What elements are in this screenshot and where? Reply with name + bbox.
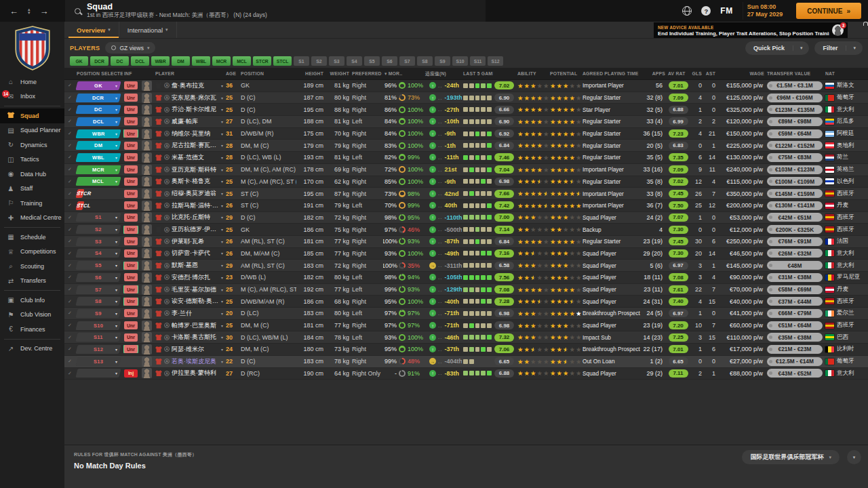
player-dropdown-icon[interactable]: ▾	[221, 179, 223, 184]
position-pill[interactable]: S13▾	[75, 357, 121, 366]
position-filter-wbl[interactable]: WBL	[192, 56, 210, 66]
row-checkbox[interactable]: ✓	[64, 119, 75, 124]
position-filter-s2[interactable]: S2	[311, 56, 327, 66]
info-badge[interactable]: Unr	[124, 165, 138, 174]
player-name[interactable]: 阿瑟·维米尔	[172, 345, 204, 354]
info-badge[interactable]: Unr	[124, 285, 138, 293]
position-filter-s11[interactable]: S11	[470, 56, 486, 66]
player-name[interactable]: 亚历克斯·斯科特	[172, 165, 216, 174]
info-badge[interactable]: Inj	[124, 369, 138, 378]
transfer-value-pill[interactable]: €76M - €91M	[767, 237, 823, 246]
player-name[interactable]: 切萨雷·卡萨代	[172, 249, 210, 258]
column-header[interactable]: AST	[703, 71, 717, 76]
sidebar-item-club-info[interactable]: ▣Club Info	[0, 293, 64, 308]
position-pill[interactable]: DM▾	[75, 141, 121, 150]
table-row[interactable]: ✓S10▾UnrA帕博罗·巴里奥斯▾25DM, M (C)181 cm77 kg…	[64, 320, 868, 332]
position-pill[interactable]: MCL▾	[75, 177, 121, 186]
player-dropdown-icon[interactable]: ▾	[221, 96, 223, 100]
player-name[interactable]: 威廉·帕库	[172, 117, 198, 126]
column-header[interactable]: TRANSFER VALUE	[766, 71, 824, 76]
column-header[interactable]: 适应值(N)	[424, 70, 462, 77]
transfer-value-pill[interactable]: €200K - €325K	[767, 225, 823, 234]
player-dropdown-icon[interactable]: ▾	[221, 215, 223, 220]
player-dropdown-icon[interactable]: ▾	[221, 107, 223, 112]
row-checkbox[interactable]: ✓	[64, 287, 75, 292]
position-filter-dc[interactable]: DC	[111, 56, 129, 66]
transfer-value-pill[interactable]: €31M - €38M	[767, 273, 823, 282]
player-name[interactable]: 李·兰什	[172, 309, 192, 318]
position-filter-s10[interactable]: S10	[452, 56, 468, 66]
column-header[interactable]: PREFERRED FO...	[351, 71, 383, 76]
position-pill[interactable]: S2▾	[75, 225, 121, 234]
info-badge[interactable]: Unr	[124, 142, 138, 150]
row-checkbox[interactable]: ✓	[64, 299, 75, 304]
position-filter-dm[interactable]: DM	[172, 56, 190, 66]
position-filter-s12[interactable]: S12	[488, 56, 503, 66]
forward-arrow-icon[interactable]: →	[40, 6, 49, 16]
sidebar-item-club-vision[interactable]: ⚑Club Vision	[0, 308, 64, 323]
sidebar-item-competitions[interactable]: ♕Competitions	[0, 245, 64, 260]
table-row[interactable]: ✓MCR▾UnrA亚历克斯·斯科特▾25DM, M (C), AM (RC)17…	[64, 164, 868, 176]
player-name[interactable]: 奥斯卡·格鲁克	[172, 177, 210, 186]
player-dropdown-icon[interactable]: ▾	[221, 155, 223, 160]
transfer-value-pill[interactable]: €58M - €69M	[767, 285, 823, 294]
info-badge[interactable]: Unr	[124, 333, 138, 342]
table-row[interactable]: ✓DM▾UnrA尼古拉斯·赛瓦尔德▾28DM, M (C)179 cm79 kg…	[64, 140, 868, 152]
info-badge[interactable]: Unr	[124, 309, 138, 317]
position-pill[interactable]: ▾	[75, 369, 121, 378]
position-pill[interactable]: S10▾	[75, 321, 121, 330]
player-name[interactable]: 亚历杭德罗·伊图尔贝	[172, 225, 219, 234]
back-arrow-icon[interactable]: ←	[9, 6, 18, 16]
position-filter-stcr[interactable]: STCR	[253, 56, 271, 66]
tab-overview[interactable]: Overview▾	[68, 22, 119, 38]
transfer-value-pill[interactable]: €21M - €23M	[767, 345, 823, 354]
column-header[interactable]: ▾ MOR..	[383, 71, 424, 77]
info-badge[interactable]: Unr	[124, 190, 138, 198]
position-filter-s6[interactable]: S6	[382, 56, 397, 66]
player-name[interactable]: 乔治·斯卡尔维尼	[172, 105, 216, 114]
info-badge[interactable]: Unr	[124, 345, 138, 353]
row-checkbox[interactable]: ✓	[64, 167, 75, 172]
table-row[interactable]: ✓S6▾UnrA安德烈·博尔扎▾23D/WB (L)182 cm80 kgLef…	[64, 272, 868, 284]
position-pill[interactable]: DCL▾	[75, 117, 121, 126]
player-dropdown-icon[interactable]: ▾	[221, 299, 223, 304]
column-header[interactable]: WEIGHT	[325, 71, 351, 76]
info-badge[interactable]: Unr	[124, 321, 138, 329]
sidebar-item-training[interactable]: ⚐Training	[0, 196, 64, 211]
views-dropdown[interactable]: GZ views ▾	[105, 42, 155, 54]
position-pill[interactable]: STCR▾	[75, 189, 84, 198]
row-checkbox[interactable]: ✓	[64, 227, 75, 232]
player-dropdown-icon[interactable]: ▾	[221, 251, 223, 256]
info-badge[interactable]: Unr	[124, 249, 138, 258]
row-checkbox[interactable]: ✓	[64, 143, 75, 148]
table-row[interactable]: ✓S11▾UnrA卡洛斯·奥古斯托▾30D (LC), WB/M (L)184 …	[64, 331, 868, 344]
player-dropdown-icon[interactable]: ▾	[221, 191, 223, 196]
position-filter-s7[interactable]: S7	[399, 56, 415, 66]
panel-collapse-button[interactable]: ▾	[847, 450, 861, 464]
row-checkbox[interactable]: ✓	[64, 131, 75, 136]
table-row[interactable]: ✓S8▾UnrA诶安·德斯勒·奥切斯·贝斯科▾25D/WB/M/AM (R)18…	[64, 296, 868, 308]
table-row[interactable]: ✓S5▾UnrA默斯·基恩▾29AM (RL), ST (C)183 cm72 …	[64, 260, 868, 272]
column-header[interactable]: GLS	[690, 71, 703, 76]
column-header[interactable]: WAGE	[717, 71, 766, 76]
position-filter-mcr[interactable]: MCR	[212, 56, 231, 66]
position-filter-wbr[interactable]: WBR	[151, 56, 170, 66]
club-crest[interactable]	[0, 22, 64, 73]
column-header[interactable]: AGREED PLAYING TIME	[581, 71, 642, 76]
table-row[interactable]: ✓WBR▾UnrA纳维尔·莫里纳▾31D/WB/M (R)175 cm70 kg…	[64, 128, 868, 140]
position-pill[interactable]: DC▾	[75, 105, 121, 114]
player-name[interactable]: 毛里茨·基尔加德	[172, 285, 216, 294]
continue-button[interactable]: CONTINUE»	[796, 3, 861, 19]
player-dropdown-icon[interactable]: ▾	[221, 203, 223, 208]
row-checkbox[interactable]: ✓	[64, 155, 75, 160]
transfer-value-pill[interactable]: €37M - €44M	[767, 297, 823, 306]
transfer-value-pill[interactable]: €48M	[767, 261, 823, 270]
table-row[interactable]: ✓DC▾UnrA乔治·斯卡尔维尼▾25D (C)195 cm88 kgRight…	[64, 104, 868, 116]
player-name[interactable]: 米基·范德文	[172, 153, 204, 162]
row-checkbox[interactable]: ✓	[64, 335, 75, 340]
history-spinner-icon[interactable]: ▴▾	[28, 7, 31, 14]
table-row[interactable]: ✓STCL▾UnrA拉斯马斯·温特·霍兰德▾26ST (C)191 cm79 k…	[64, 200, 868, 212]
transfer-value-pill[interactable]: €59M - €64M	[767, 129, 823, 138]
table-row[interactable]: ✓GK▾UnrA詹·奥布拉克▾36GK189 cm81 kgRight96%10…	[64, 80, 868, 92]
column-header[interactable]: POSITION	[239, 71, 296, 76]
